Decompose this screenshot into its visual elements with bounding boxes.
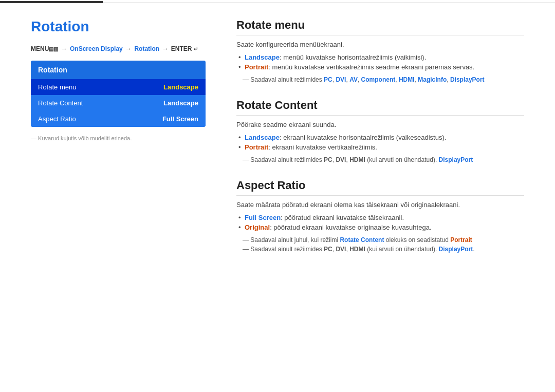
- rc-bullet-landscape: Landscape: ekraani kuvatakse horisontaal…: [236, 133, 524, 142]
- section-rotate-menu: Rotate menu Saate konfigureerida menüüek…: [236, 18, 524, 83]
- aspect-ratio-note1: Saadaval ainult juhul, kui režiimi Rotat…: [236, 236, 524, 244]
- arn2-displayport: DisplayPort: [439, 246, 473, 253]
- landscape-desc: : menüü kuvatakse horisontaalrežiimis (v…: [280, 53, 426, 61]
- section-rotate-content: Rotate Content Pöörake seadme ekraani su…: [236, 99, 524, 163]
- bullet-portrait: Portrait: menüü kuvatakse vertikaalrežii…: [236, 62, 524, 72]
- section-rotate-content-desc: Pöörake seadme ekraani suunda.: [236, 121, 524, 128]
- section-aspect-ratio-desc: Saate määrata pööratud ekraani olema kas…: [236, 201, 524, 209]
- menu-item-aspect-ratio[interactable]: Aspect Ratio Full Screen: [31, 111, 206, 127]
- menu-item-aspect-ratio-label: Aspect Ratio: [38, 115, 76, 123]
- rc-bullet-portrait: Portrait: ekraani kuvatakse vertikaalrež…: [236, 142, 524, 152]
- aspect-ratio-note2: Saadaval ainult režiimides PC, DVI, HDMI…: [236, 246, 524, 253]
- rcn-displayport: DisplayPort: [439, 156, 473, 163]
- enter-label: ENTER: [171, 45, 192, 52]
- rc-landscape-desc: : ekraani kuvatakse horisontaalrežiimis …: [280, 134, 446, 141]
- rotate-content-bullets: Landscape: ekraani kuvatakse horisontaal…: [236, 133, 524, 152]
- osd-panel-title: Rotation: [31, 61, 206, 79]
- arrow2: →: [125, 45, 133, 52]
- rotate-content-note: Saadaval ainult režiimides PC, DVI, HDMI…: [236, 156, 524, 163]
- rc-portrait-label: Portrait: [245, 143, 268, 151]
- onscreen-display-link: OnScreen Display: [70, 45, 123, 52]
- top-bar: [0, 0, 555, 3]
- menu-item-rotate-menu-label: Rotate menu: [38, 83, 76, 91]
- note-av: AV: [349, 76, 358, 83]
- portrait-desc: : menüü kuvatakse vertikaalrežiimis sead…: [268, 63, 474, 71]
- landscape-label: Landscape: [245, 53, 280, 61]
- section-aspect-ratio-title: Aspect Ratio: [236, 179, 524, 196]
- footnote: Kuvarud kujutis võib mudeliti erineda.: [31, 135, 206, 141]
- menu-symbol: MENU▤▥: [31, 45, 58, 52]
- note-component: Component: [361, 76, 396, 83]
- bullet-landscape: Landscape: menüü kuvatakse horisontaalre…: [236, 52, 524, 62]
- note-pc: PC: [324, 76, 332, 83]
- right-column: Rotate menu Saate konfigureerida menüüek…: [236, 18, 524, 268]
- note-magicinfo: MagicInfo: [418, 76, 447, 83]
- menu-item-rotate-menu-value: Landscape: [163, 83, 198, 91]
- rc-portrait-desc: : ekraani kuvatakse vertikaalrežiimis.: [268, 143, 377, 151]
- ar-fullscreen-desc: : pööratud ekraani kuvatakse täisekraani…: [281, 214, 404, 221]
- ar-fullscreen-label: Full Screen: [245, 214, 281, 221]
- aspect-ratio-bullets: Full Screen: pööratud ekraani kuvatakse …: [236, 213, 524, 232]
- ar-note1-portrait: Portrait: [450, 236, 472, 244]
- ar-original-desc: : pööratud ekraani kuvatakse originaalse…: [270, 223, 431, 231]
- page-title: Rotation: [31, 18, 206, 35]
- arrow1: →: [61, 45, 69, 52]
- rcn-hdmi: HDMI: [349, 156, 365, 163]
- note-hdmi: HDMI: [399, 76, 415, 83]
- rotate-menu-bullets: Landscape: menüü kuvatakse horisontaalre…: [236, 52, 524, 72]
- enter-icon: ↵: [194, 46, 198, 52]
- note-dvi: DVI: [336, 76, 346, 83]
- rcn-dvi: DVI: [336, 156, 346, 163]
- menu-item-rotate-content-value: Landscape: [163, 99, 198, 107]
- menu-item-aspect-ratio-value: Full Screen: [162, 115, 198, 123]
- top-bar-dark: [0, 1, 103, 3]
- arn2-pc: PC: [324, 246, 332, 253]
- breadcrumb: MENU▤▥ → OnScreen Display → Rotation → E…: [31, 45, 206, 52]
- section-rotate-content-title: Rotate Content: [236, 99, 524, 116]
- arn2-dvi: DVI: [336, 246, 346, 253]
- menu-item-rotate-content[interactable]: Rotate Content Landscape: [31, 95, 206, 111]
- rotation-link: Rotation: [134, 45, 159, 52]
- ar-bullet-original: Original: pööratud ekraani kuvatakse ori…: [236, 222, 524, 232]
- menu-item-rotate-menu[interactable]: Rotate menu Landscape: [31, 79, 206, 95]
- section-rotate-menu-title: Rotate menu: [236, 18, 524, 35]
- arn2-hdmi: HDMI: [349, 246, 365, 253]
- ar-bullet-fullscreen: Full Screen: pööratud ekraani kuvatakse …: [236, 213, 524, 222]
- rotate-menu-note: Saadaval ainult režiimides PC, DVI, AV, …: [236, 76, 524, 83]
- ar-original-label: Original: [245, 223, 270, 231]
- menu-item-rotate-content-label: Rotate Content: [38, 99, 83, 107]
- arrow3: →: [162, 45, 170, 52]
- rc-landscape-label: Landscape: [245, 134, 280, 141]
- top-bar-light: [103, 3, 555, 3]
- ar-note1-rc: Rotate Content: [340, 236, 384, 244]
- section-rotate-menu-desc: Saate konfigureerida menüüekraani.: [236, 41, 524, 48]
- osd-panel: Rotation Rotate menu Landscape Rotate Co…: [31, 61, 206, 127]
- portrait-label: Portrait: [245, 63, 268, 71]
- rcn-pc: PC: [324, 156, 332, 163]
- section-aspect-ratio: Aspect Ratio Saate määrata pööratud ekra…: [236, 179, 524, 253]
- note-displayport: DisplayPort: [450, 76, 485, 83]
- left-column: Rotation MENU▤▥ → OnScreen Display → Rot…: [31, 18, 206, 268]
